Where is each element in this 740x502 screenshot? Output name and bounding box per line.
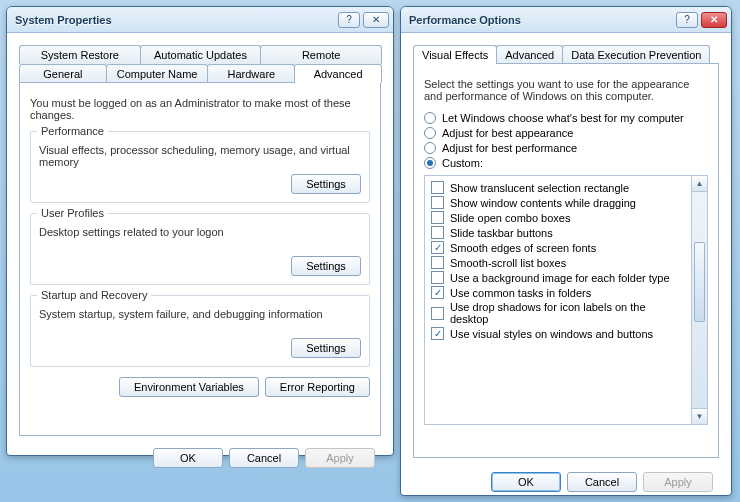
- checkbox-icon: [431, 307, 444, 320]
- performance-options-window: Performance Options ? ✕ Visual Effects A…: [400, 6, 732, 496]
- scroll-track[interactable]: [692, 192, 707, 408]
- scroll-down-button[interactable]: ▼: [692, 408, 707, 424]
- checkbox-icon: [431, 271, 444, 284]
- checkbox-icon: [431, 181, 444, 194]
- checkbox-icon: [431, 327, 444, 340]
- group-title: User Profiles: [37, 207, 108, 219]
- tab-advanced[interactable]: Advanced: [496, 45, 563, 64]
- checkbox-icon: [431, 211, 444, 224]
- group-desc: Visual effects, processor scheduling, me…: [39, 144, 361, 168]
- radio-option-3[interactable]: Custom:: [424, 157, 708, 169]
- checkbox-icon: [431, 286, 444, 299]
- cancel-button[interactable]: Cancel: [567, 472, 637, 492]
- radio-label: Custom:: [442, 157, 483, 169]
- admin-note: You must be logged on as an Administrato…: [30, 97, 370, 121]
- titlebar-buttons: ? ✕: [338, 12, 389, 28]
- startup-recovery-settings-button[interactable]: Settings: [291, 338, 361, 358]
- tab-hardware[interactable]: Hardware: [207, 64, 295, 83]
- radio-label: Adjust for best appearance: [442, 127, 573, 139]
- system-properties-window: System Properties ? ✕ System Restore Aut…: [6, 6, 394, 456]
- checkbox-label: Show window contents while dragging: [450, 197, 636, 209]
- checkbox-label: Slide open combo boxes: [450, 212, 570, 224]
- radio-label: Let Windows choose what's best for my co…: [442, 112, 684, 124]
- checkbox-icon: [431, 241, 444, 254]
- scrollbar[interactable]: ▲ ▼: [691, 176, 707, 424]
- help-button[interactable]: ?: [676, 12, 698, 28]
- tab-strip: System Restore Automatic Updates Remote …: [19, 45, 381, 83]
- group-performance: Performance Visual effects, processor sc…: [30, 131, 370, 203]
- radio-label: Adjust for best performance: [442, 142, 577, 154]
- effects-checklist: Show translucent selection rectangleShow…: [424, 175, 708, 425]
- titlebar-buttons: ? ✕: [676, 12, 727, 28]
- dialog-footer: OK Cancel Apply: [409, 464, 723, 500]
- group-title: Startup and Recovery: [37, 289, 151, 301]
- checkbox-label: Use a background image for each folder t…: [450, 272, 670, 284]
- user-profiles-settings-button[interactable]: Settings: [291, 256, 361, 276]
- check-option-0[interactable]: Show translucent selection rectangle: [429, 180, 687, 195]
- tab-visual-effects[interactable]: Visual Effects: [413, 45, 497, 64]
- environment-variables-button[interactable]: Environment Variables: [119, 377, 259, 397]
- checkbox-label: Slide taskbar buttons: [450, 227, 553, 239]
- close-button[interactable]: ✕: [701, 12, 727, 28]
- radio-option-2[interactable]: Adjust for best performance: [424, 142, 708, 154]
- check-option-6[interactable]: Use a background image for each folder t…: [429, 270, 687, 285]
- tab-dep[interactable]: Data Execution Prevention: [562, 45, 710, 64]
- group-title: Performance: [37, 125, 108, 137]
- window-body: Visual Effects Advanced Data Execution P…: [401, 33, 731, 502]
- tab-computer-name[interactable]: Computer Name: [106, 64, 209, 83]
- cancel-button[interactable]: Cancel: [229, 448, 299, 468]
- checkbox-icon: [431, 196, 444, 209]
- checkbox-label: Use common tasks in folders: [450, 287, 591, 299]
- ok-button[interactable]: OK: [491, 472, 561, 492]
- checkbox-label: Use drop shadows for icon labels on the …: [450, 301, 685, 325]
- radio-icon: [424, 127, 436, 139]
- apply-button[interactable]: Apply: [305, 448, 375, 468]
- extra-buttons-row: Environment Variables Error Reporting: [30, 377, 370, 397]
- check-option-8[interactable]: Use drop shadows for icon labels on the …: [429, 300, 687, 326]
- dialog-footer: OK Cancel Apply: [15, 440, 385, 476]
- checkbox-icon: [431, 256, 444, 269]
- tab-advanced[interactable]: Advanced: [294, 64, 382, 83]
- window-body: System Restore Automatic Updates Remote …: [7, 33, 393, 484]
- tab-strip: Visual Effects Advanced Data Execution P…: [413, 45, 719, 64]
- checkbox-label: Show translucent selection rectangle: [450, 182, 629, 194]
- titlebar[interactable]: System Properties ? ✕: [7, 7, 393, 33]
- group-user-profiles: User Profiles Desktop settings related t…: [30, 213, 370, 285]
- group-desc: Desktop settings related to your logon: [39, 226, 361, 238]
- group-startup-recovery: Startup and Recovery System startup, sys…: [30, 295, 370, 367]
- titlebar[interactable]: Performance Options ? ✕: [401, 7, 731, 33]
- tab-general[interactable]: General: [19, 64, 107, 83]
- window-title: Performance Options: [409, 14, 676, 26]
- check-option-9[interactable]: Use visual styles on windows and buttons: [429, 326, 687, 341]
- check-option-5[interactable]: Smooth-scroll list boxes: [429, 255, 687, 270]
- tab-panel-visual-effects: Select the settings you want to use for …: [413, 63, 719, 458]
- scroll-thumb[interactable]: [694, 242, 705, 322]
- intro-text: Select the settings you want to use for …: [424, 78, 708, 102]
- radio-icon: [424, 157, 436, 169]
- check-option-1[interactable]: Show window contents while dragging: [429, 195, 687, 210]
- group-desc: System startup, system failure, and debu…: [39, 308, 361, 320]
- tab-system-restore[interactable]: System Restore: [19, 45, 141, 64]
- tab-panel-advanced: You must be logged on as an Administrato…: [19, 82, 381, 436]
- error-reporting-button[interactable]: Error Reporting: [265, 377, 370, 397]
- scroll-up-button[interactable]: ▲: [692, 176, 707, 192]
- help-button[interactable]: ?: [338, 12, 360, 28]
- window-title: System Properties: [15, 14, 338, 26]
- apply-button[interactable]: Apply: [643, 472, 713, 492]
- checkbox-label: Smooth edges of screen fonts: [450, 242, 596, 254]
- radio-icon: [424, 142, 436, 154]
- tab-automatic-updates[interactable]: Automatic Updates: [140, 45, 262, 64]
- ok-button[interactable]: OK: [153, 448, 223, 468]
- checkbox-label: Use visual styles on windows and buttons: [450, 328, 653, 340]
- close-button[interactable]: ✕: [363, 12, 389, 28]
- radio-option-0[interactable]: Let Windows choose what's best for my co…: [424, 112, 708, 124]
- check-option-2[interactable]: Slide open combo boxes: [429, 210, 687, 225]
- radio-icon: [424, 112, 436, 124]
- checkbox-icon: [431, 226, 444, 239]
- check-option-4[interactable]: Smooth edges of screen fonts: [429, 240, 687, 255]
- performance-settings-button[interactable]: Settings: [291, 174, 361, 194]
- check-option-7[interactable]: Use common tasks in folders: [429, 285, 687, 300]
- check-option-3[interactable]: Slide taskbar buttons: [429, 225, 687, 240]
- radio-option-1[interactable]: Adjust for best appearance: [424, 127, 708, 139]
- tab-remote[interactable]: Remote: [260, 45, 382, 64]
